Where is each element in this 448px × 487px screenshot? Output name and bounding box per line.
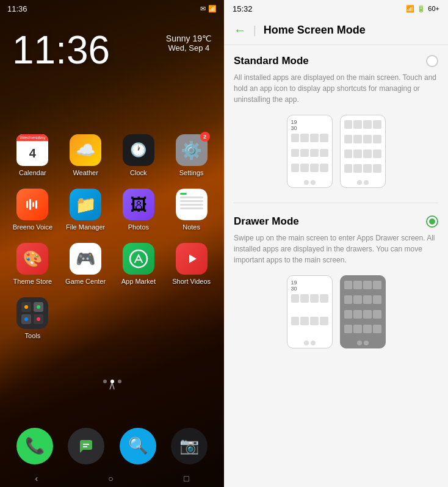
weather-widget: Sunny 19℃ Wed, Sep 4 [166,34,212,52]
divider: | [253,24,256,37]
weather-label: Weather [73,169,98,176]
calendar-icon: Wednesday 4 [16,134,48,166]
app-settings[interactable]: ⚙️ 2 Settings [168,134,214,176]
app-grid: Wednesday 4 Calendar ☁️ Weather 🕐 Clock … [6,134,218,352]
app-themestore[interactable]: 🎨 Theme Store [10,243,56,285]
standard-mode-title: Standard Mode [234,55,309,67]
settings-icon: ⚙️ 2 [176,134,208,166]
shortvideos-icon [176,243,208,275]
phone-status-bar: 11:36 ✉ 📶 [0,0,224,17]
calendar-label: Calendar [19,169,46,176]
settings-status-icons: 📶 🔋 60+ [406,5,439,13]
standard-mode-header: Standard Mode [234,55,438,67]
app-calendar[interactable]: Wednesday 4 Calendar [10,134,56,176]
svg-point-4 [130,250,147,267]
settings-badge: 2 [200,132,210,142]
standard-preview-1: 1930 [287,115,333,188]
pb1 [304,180,309,185]
dock-messages[interactable] [68,428,104,464]
clock-widget: 11:36 [12,31,110,70]
weather-icon: ☁️ [70,134,101,166]
clock-icon: 🕐 [123,134,154,166]
app-gamecenter[interactable]: 🎮 Game Center [63,243,109,285]
breeno-label: Breeno Voice [13,223,52,231]
dot-1 [103,380,107,383]
app-filemanager[interactable]: 📁 File Manager [63,189,109,231]
settings-header: ← | Home Screen Mode [224,17,448,45]
photos-icon: 🖼 [123,189,154,220]
pd4 [320,134,328,142]
app-row-3: 🎨 Theme Store 🎮 Game Center App Market [6,243,218,285]
preview-bottom-1 [290,180,330,185]
settings-status-bar: 15:32 📶 🔋 60+ [224,0,448,17]
svg-point-10 [24,305,28,309]
standard-mode-radio[interactable] [426,55,438,67]
drawer-mode-section: Drawer Mode Swipe up on the main screen … [224,206,448,361]
svg-marker-5 [189,254,197,263]
standard-mode-section: Standard Mode All installed apps are dis… [224,45,448,200]
app-appmarket[interactable]: App Market [115,243,161,285]
drawer-preview-bottom-2 [343,341,383,345]
dock-search[interactable]: 🔍 [120,428,156,464]
app-clock[interactable]: 🕐 Clock [115,134,161,176]
app-photos[interactable]: 🖼 Photos [115,189,161,231]
svg-rect-0 [26,201,28,208]
clock-label: Clock [130,169,147,176]
nav-recents[interactable]: □ [184,474,189,483]
pd2 [300,134,309,142]
nav-back[interactable]: ‹ [35,474,38,483]
svg-rect-2 [32,202,34,207]
filemanager-icon: 📁 [70,189,101,220]
pd5 [291,149,300,157]
preview-bottom-2 [343,180,383,185]
dot-3 [118,380,121,383]
pd11 [310,164,319,172]
appmarket-icon [123,243,154,275]
swipe-hint: ∧ [108,379,116,392]
nav-home[interactable]: ○ [108,474,113,483]
pd7 [310,149,319,157]
dock-camera[interactable]: 📷 [171,428,208,464]
dock-phone[interactable]: 📞 [16,428,53,464]
phone-status-icons: ✉ 📶 [200,5,217,13]
battery-level: 60+ [428,5,439,12]
signal-icon: 📶 [406,5,414,13]
svg-point-13 [37,317,40,321]
svg-point-11 [37,305,40,309]
bottom-dock: 📞 🔍 📷 [9,423,215,469]
standard-preview-2 [340,115,386,188]
photos-label: Photos [128,223,149,231]
app-shortvideos[interactable]: Short Videos [168,243,214,285]
phone-screen: 11:36 ✉ 📶 11:36 Sunny 19℃ Wed, Sep 4 Wed… [0,0,224,487]
pd1 [291,134,300,142]
app-row-1: Wednesday 4 Calendar ☁️ Weather 🕐 Clock … [6,134,218,176]
app-breeno[interactable]: Breeno Voice [10,189,56,231]
app-notes[interactable]: Notes [168,189,214,231]
gamecenter-label: Game Center [65,278,106,285]
page-title: Home Screen Mode [264,24,366,37]
weather-date: Wed, Sep 4 [166,43,212,52]
weather-temp: Sunny 19℃ [166,34,212,43]
settings-label: Settings [179,169,204,176]
app-tools[interactable]: Tools [10,297,56,339]
svg-rect-1 [29,199,31,210]
breeno-icon [16,189,48,220]
pd6 [300,149,309,157]
drawer-mode-title: Drawer Mode [234,215,299,228]
pd12 [320,164,328,172]
drawer-preview-2 [340,275,386,348]
battery-icon: 🔋 [417,5,425,13]
notes-icon [176,189,208,220]
app-row-2: Breeno Voice 📁 File Manager 🖼 Photos [6,189,218,231]
drawer-preview-time: 1930 [290,280,330,292]
back-button[interactable]: ← [234,23,246,37]
drawer-mode-radio[interactable] [426,215,438,228]
standard-mode-previews: 1930 [234,115,438,188]
pd3 [310,134,319,142]
app-weather[interactable]: ☁️ Weather [63,134,109,176]
drawer-preview-grid-2 [343,280,383,339]
gamecenter-icon: 🎮 [70,243,101,275]
themestore-icon: 🎨 [16,243,48,275]
section-divider [234,203,438,203]
nav-bar: ‹ ○ □ [0,470,224,487]
